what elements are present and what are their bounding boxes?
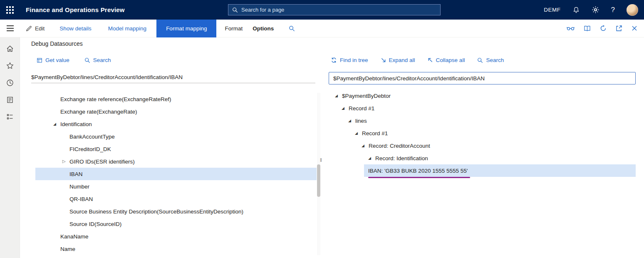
modules-list-icon[interactable]: [0, 108, 20, 125]
tree-item[interactable]: Exchange rate(ExchangeRate): [35, 105, 317, 118]
left-panel-toolbar: Get value Search: [37, 57, 111, 63]
collapse-toggle-icon[interactable]: ◢: [53, 122, 60, 126]
hamburger-menu-icon[interactable]: [0, 20, 20, 37]
find-in-tree-button[interactable]: Find in tree: [331, 57, 368, 63]
get-value-icon: [37, 57, 42, 63]
refresh-icon[interactable]: [600, 24, 607, 32]
tree-item[interactable]: Source Business Entity Description(Sourc…: [35, 205, 317, 218]
tree-item[interactable]: Exchange rate reference(ExchangeRateRef): [35, 93, 317, 105]
left-path-input[interactable]: [31, 72, 315, 83]
tree-item-label: KanaName: [60, 233, 89, 240]
app-title: Finance and Operations Preview: [26, 6, 125, 13]
notifications-bell-icon[interactable]: [572, 5, 580, 15]
tree-item[interactable]: ◢Record: CreditorAccount: [329, 139, 636, 152]
tree-item[interactable]: QR-IBAN: [35, 193, 317, 205]
tree-item-label: IBAN: [69, 171, 83, 177]
find-in-tree-label: Find in tree: [340, 57, 368, 63]
help-icon[interactable]: ?: [611, 5, 615, 15]
tree-item-label: IBAN: 'GB33 BUKB 2020 1555 5555 55': [368, 168, 468, 174]
app-launcher-icon[interactable]: [0, 0, 20, 20]
collapse-all-icon: [428, 57, 433, 63]
tree-item[interactable]: ◢$PaymentByDebtor: [329, 89, 636, 102]
scrollbar-thumb[interactable]: [317, 164, 320, 197]
edit-button-label: Edit: [35, 25, 45, 32]
home-icon[interactable]: [0, 40, 20, 57]
user-avatar[interactable]: [627, 4, 638, 16]
favorites-star-icon[interactable]: [0, 57, 20, 74]
left-tree-scrollbar[interactable]: [317, 93, 320, 255]
tree-item-label: Number: [69, 184, 89, 190]
expand-all-icon: [381, 57, 386, 63]
tree-item[interactable]: BankAccountType: [35, 130, 317, 143]
collapse-toggle-icon[interactable]: ◢: [335, 94, 342, 98]
get-value-label: Get value: [45, 57, 69, 63]
app-window: Finance and Operations Preview DEMF ?: [0, 0, 644, 258]
tab-model-mapping[interactable]: Model mapping: [108, 25, 146, 32]
tree-item-label: BankAccountType: [69, 134, 115, 140]
tree-item-label: FICreditorID_DK: [69, 146, 111, 152]
close-icon[interactable]: [632, 24, 637, 32]
page-search-box[interactable]: [228, 4, 441, 15]
recent-clock-icon[interactable]: [0, 74, 20, 91]
company-selector[interactable]: DEMF: [544, 7, 560, 13]
right-panel-toolbar: Find in tree Expand all Collapse all Sea…: [331, 57, 504, 63]
tab-format[interactable]: Format: [225, 25, 243, 32]
tree-item[interactable]: ◢Record #1: [329, 102, 636, 114]
panel-splitter-grip[interactable]: ‖: [320, 157, 322, 163]
tree-item[interactable]: ◢Record: Identification: [329, 152, 636, 164]
collapse-toggle-icon[interactable]: ◢: [368, 156, 375, 160]
get-value-button[interactable]: Get value: [37, 57, 69, 63]
tree-item[interactable]: ◢Identification: [35, 118, 317, 130]
workspace-form-icon[interactable]: [0, 91, 20, 108]
tree-item[interactable]: Name: [35, 243, 317, 255]
page-title: Debug Datasources: [31, 40, 83, 47]
tree-item[interactable]: Number: [35, 180, 317, 193]
datasource-tree: Exchange rate reference(ExchangeRateRef)…: [35, 93, 317, 255]
expand-toggle-icon[interactable]: ▷: [62, 159, 69, 164]
expand-all-label: Expand all: [389, 57, 415, 63]
right-search-button[interactable]: Search: [477, 57, 504, 63]
book-icon[interactable]: [584, 24, 591, 32]
tree-item-label: Source ID(SourceID): [69, 221, 121, 227]
collapse-toggle-icon[interactable]: ◢: [342, 107, 349, 110]
tree-item[interactable]: ◢lines: [329, 114, 636, 127]
tree-item[interactable]: IBAN: 'GB33 BUKB 2020 1555 5555 55': [329, 164, 636, 177]
tree-item[interactable]: FICreditorID_DK: [35, 143, 317, 155]
topbar-right-controls: DEMF ?: [544, 4, 644, 16]
actionbar-right-icons: [567, 24, 644, 32]
right-path-input[interactable]: [329, 72, 636, 84]
tree-item[interactable]: ▷GIRO IDs(ESR identifiers): [35, 155, 317, 168]
right-search-label: Search: [486, 57, 504, 63]
left-search-button[interactable]: Search: [84, 57, 111, 63]
find-in-tree-icon: [331, 57, 337, 63]
tree-item-label: $PaymentByDebtor: [342, 93, 391, 99]
tree-item[interactable]: Source ID(SourceID): [35, 218, 317, 230]
tree-item-label: Source Business Entity Description(Sourc…: [69, 208, 243, 215]
popout-icon[interactable]: [616, 24, 622, 32]
glasses-icon[interactable]: [567, 24, 575, 32]
tree-item-label: lines: [355, 118, 367, 124]
collapse-all-label: Collapse all: [436, 57, 465, 63]
waffle-grid-icon: [6, 6, 14, 14]
pencil-icon: [26, 25, 32, 32]
collapse-toggle-icon[interactable]: ◢: [355, 131, 362, 135]
collapse-all-button[interactable]: Collapse all: [428, 57, 465, 63]
tree-item-label: Exchange rate(ExchangeRate): [60, 109, 137, 115]
tab-format-mapping[interactable]: Format mapping: [156, 20, 216, 37]
tree-item[interactable]: KanaName: [35, 230, 317, 243]
expand-all-button[interactable]: Expand all: [381, 57, 415, 63]
collapse-toggle-icon[interactable]: ◢: [362, 144, 369, 148]
tree-item-label: Record: CreditorAccount: [369, 143, 430, 149]
show-details-button[interactable]: Show details: [59, 25, 92, 32]
edit-button[interactable]: Edit: [26, 25, 45, 32]
tree-item[interactable]: IBAN: [35, 168, 317, 180]
data-value-tree: ◢$PaymentByDebtor◢Record #1◢lines◢Record…: [329, 89, 636, 177]
actionbar-search-icon[interactable]: [289, 25, 295, 32]
settings-gear-icon[interactable]: [592, 5, 599, 15]
options-menu[interactable]: Options: [253, 25, 274, 32]
collapse-toggle-icon[interactable]: ◢: [348, 119, 355, 123]
tree-item-label: Name: [60, 246, 75, 252]
main-content: Debug Datasources Get value Search Excha…: [20, 37, 644, 258]
page-search-input[interactable]: [241, 7, 436, 13]
tree-item[interactable]: ◢Record #1: [329, 127, 636, 139]
